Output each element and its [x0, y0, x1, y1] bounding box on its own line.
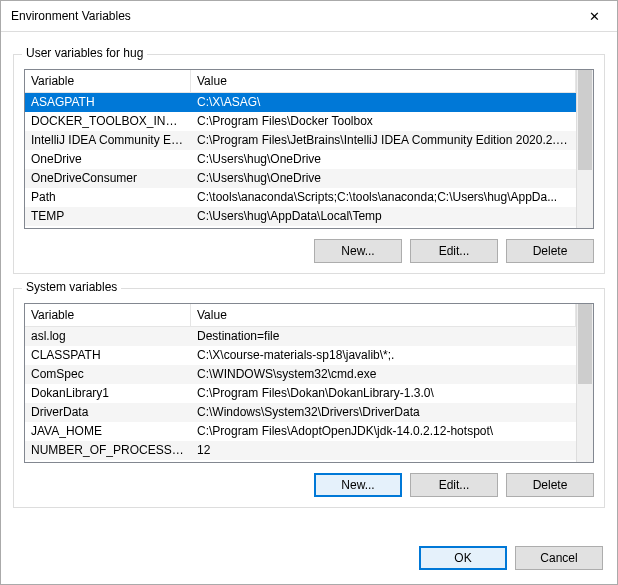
dialog-footer: OK Cancel [1, 536, 617, 584]
variable-value-cell: C:\Program Files\AdoptOpenJDK\jdk-14.0.2… [191, 422, 576, 441]
scrollbar-thumb[interactable] [578, 304, 592, 384]
table-row[interactable]: ComSpecC:\WINDOWS\system32\cmd.exe [25, 365, 576, 384]
user-scrollbar[interactable] [576, 70, 593, 228]
table-row[interactable]: ASAGPATHC:\X\ASAG\ [25, 93, 576, 112]
close-button[interactable]: ✕ [571, 1, 617, 31]
variable-value-cell: Destination=file [191, 327, 576, 346]
variable-value-cell: C:\X\ASAG\ [191, 93, 576, 112]
column-value[interactable]: Value [191, 304, 576, 326]
variable-name-cell: CLASSPATH [25, 346, 191, 365]
variable-value-cell: C:\Program Files\Dokan\DokanLibrary-1.3.… [191, 384, 576, 403]
user-variables-table[interactable]: Variable Value ASAGPATHC:\X\ASAG\DOCKER_… [24, 69, 594, 229]
variable-name-cell: TEMP [25, 207, 191, 226]
user-table-header[interactable]: Variable Value [25, 70, 576, 93]
table-row[interactable]: CLASSPATHC:\X\course-materials-sp18\java… [25, 346, 576, 365]
table-row[interactable]: TEMPC:\Users\hug\AppData\Local\Temp [25, 207, 576, 226]
variable-value-cell: C:\Program Files\Docker Toolbox [191, 112, 576, 131]
variable-name-cell: OneDriveConsumer [25, 169, 191, 188]
system-variables-group: System variables Variable Value asl.logD… [13, 288, 605, 508]
window-title: Environment Variables [11, 9, 131, 23]
system-new-button[interactable]: New... [314, 473, 402, 497]
variable-value-cell: C:\Users\hug\AppData\Local\Temp [191, 207, 576, 226]
user-new-button[interactable]: New... [314, 239, 402, 263]
system-delete-button[interactable]: Delete [506, 473, 594, 497]
variable-name-cell: ASAGPATH [25, 93, 191, 112]
variable-name-cell: NUMBER_OF_PROCESSORS [25, 441, 191, 460]
column-value[interactable]: Value [191, 70, 576, 92]
system-table-header[interactable]: Variable Value [25, 304, 576, 327]
ok-button[interactable]: OK [419, 546, 507, 570]
variable-value-cell: C:\Users\hug\OneDrive [191, 169, 576, 188]
system-variables-table[interactable]: Variable Value asl.logDestination=fileCL… [24, 303, 594, 463]
table-row[interactable]: OneDriveC:\Users\hug\OneDrive [25, 150, 576, 169]
variable-name-cell: ComSpec [25, 365, 191, 384]
table-row[interactable]: PathC:\tools\anaconda\Scripts;C:\tools\a… [25, 188, 576, 207]
table-row[interactable]: OneDriveConsumerC:\Users\hug\OneDrive [25, 169, 576, 188]
titlebar: Environment Variables ✕ [1, 1, 617, 32]
user-delete-button[interactable]: Delete [506, 239, 594, 263]
table-row[interactable]: IntelliJ IDEA Community Edit...C:\Progra… [25, 131, 576, 150]
content-area: User variables for hug Variable Value AS… [1, 32, 617, 536]
system-edit-button[interactable]: Edit... [410, 473, 498, 497]
variable-name-cell: DOCKER_TOOLBOX_INSTALL... [25, 112, 191, 131]
variable-name-cell: JAVA_HOME [25, 422, 191, 441]
variable-value-cell: C:\Program Files\JetBrains\IntelliJ IDEA… [191, 131, 576, 150]
environment-variables-dialog: Environment Variables ✕ User variables f… [0, 0, 618, 585]
variable-value-cell: C:\Users\hug\OneDrive [191, 150, 576, 169]
column-variable[interactable]: Variable [25, 70, 191, 92]
variable-name-cell: DokanLibrary1 [25, 384, 191, 403]
variable-value-cell: 12 [191, 441, 576, 460]
variable-value-cell: C:\Windows\System32\Drivers\DriverData [191, 403, 576, 422]
table-row[interactable]: DriverDataC:\Windows\System32\Drivers\Dr… [25, 403, 576, 422]
table-row[interactable]: DokanLibrary1C:\Program Files\Dokan\Doka… [25, 384, 576, 403]
variable-value-cell: C:\X\course-materials-sp18\javalib\*;. [191, 346, 576, 365]
table-row[interactable]: asl.logDestination=file [25, 327, 576, 346]
user-edit-button[interactable]: Edit... [410, 239, 498, 263]
variable-name-cell: OneDrive [25, 150, 191, 169]
system-scrollbar[interactable] [576, 304, 593, 462]
table-row[interactable]: NUMBER_OF_PROCESSORS12 [25, 441, 576, 460]
variable-name-cell: IntelliJ IDEA Community Edit... [25, 131, 191, 150]
variable-name-cell: DriverData [25, 403, 191, 422]
system-group-title: System variables [22, 280, 121, 294]
cancel-button[interactable]: Cancel [515, 546, 603, 570]
column-variable[interactable]: Variable [25, 304, 191, 326]
variable-value-cell: C:\WINDOWS\system32\cmd.exe [191, 365, 576, 384]
table-row[interactable]: JAVA_HOMEC:\Program Files\AdoptOpenJDK\j… [25, 422, 576, 441]
user-group-title: User variables for hug [22, 46, 147, 60]
user-variables-group: User variables for hug Variable Value AS… [13, 54, 605, 274]
close-icon: ✕ [589, 10, 600, 23]
variable-name-cell: asl.log [25, 327, 191, 346]
table-row[interactable]: DOCKER_TOOLBOX_INSTALL...C:\Program File… [25, 112, 576, 131]
scrollbar-thumb[interactable] [578, 70, 592, 170]
variable-name-cell: Path [25, 188, 191, 207]
variable-value-cell: C:\tools\anaconda\Scripts;C:\tools\anaco… [191, 188, 576, 207]
